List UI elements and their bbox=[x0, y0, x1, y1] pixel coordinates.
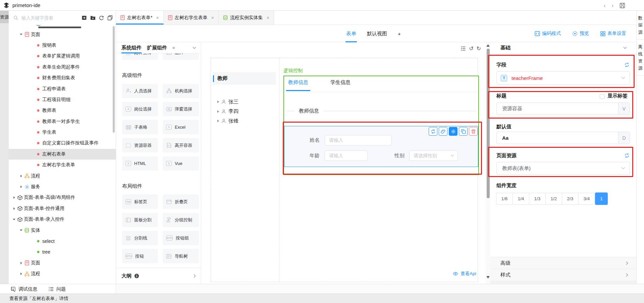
right-strip-tab[interactable]: 数据源 bbox=[637, 11, 644, 40]
tree-item[interactable]: 页面-表单-录入控件 bbox=[9, 214, 116, 225]
tree-item[interactable]: 学生表 bbox=[9, 127, 116, 138]
palette-item[interactable]: 折叠页 bbox=[163, 194, 199, 209]
editor-action-button[interactable]: 编码模式 bbox=[535, 31, 561, 37]
tree-item[interactable]: 工程项目明细 bbox=[9, 94, 116, 105]
tree-item[interactable]: 工程申请表 bbox=[9, 83, 116, 94]
tree-item[interactable]: 教师表 bbox=[9, 105, 116, 116]
palette-item[interactable]: BTN 按钮组 bbox=[163, 231, 199, 245]
file-tab[interactable]: 左树右表单* bbox=[116, 11, 164, 25]
width-option[interactable]: 1/2 bbox=[545, 193, 562, 205]
view-tab[interactable]: + bbox=[397, 25, 401, 42]
view-tab[interactable]: 默认视图 bbox=[366, 25, 388, 42]
editor-action-button[interactable]: 预览 bbox=[572, 31, 589, 37]
tree-item[interactable]: 左树右表单 bbox=[9, 149, 116, 160]
expander-icon[interactable] bbox=[19, 272, 23, 275]
palette-item[interactable]: 图片 bbox=[163, 53, 199, 60]
undo-icon[interactable]: ↺ bbox=[469, 46, 473, 51]
tree-item[interactable]: 页面-表单-高级/布局组件 bbox=[9, 192, 116, 203]
expander-icon[interactable] bbox=[19, 175, 23, 177]
palette-item[interactable]: BTN 按钮 bbox=[122, 249, 158, 263]
expander-icon[interactable] bbox=[19, 262, 23, 264]
expander-icon[interactable] bbox=[12, 219, 16, 220]
field-sync-icon[interactable] bbox=[624, 62, 630, 68]
tree-item[interactable]: 表单生命周起事件 bbox=[9, 62, 116, 73]
title-variable-button[interactable]: V bbox=[618, 103, 630, 115]
link-button[interactable] bbox=[439, 127, 447, 136]
palette-item[interactable]: 子表格 bbox=[122, 120, 158, 134]
editor-action-button[interactable]: 表单设置 bbox=[600, 31, 626, 37]
palette-item[interactable]: 弹窗选择 bbox=[163, 102, 199, 116]
width-option[interactable]: 1 bbox=[595, 192, 608, 205]
title-input[interactable]: 资源容器 V bbox=[496, 102, 630, 115]
search-input[interactable] bbox=[21, 15, 82, 21]
expander-icon[interactable] bbox=[217, 120, 219, 122]
tree-item[interactable]: 页面 bbox=[9, 258, 116, 268]
canvas-scrollbar[interactable] bbox=[486, 42, 490, 284]
tree-item[interactable]: 实体 bbox=[9, 225, 116, 235]
palette-item[interactable]: 5 HTML bbox=[122, 156, 158, 171]
tree-item[interactable]: 流程 bbox=[9, 170, 116, 181]
save-icon[interactable] bbox=[620, 3, 625, 8]
redo-icon[interactable]: ↻ bbox=[477, 46, 481, 51]
age-input[interactable]: 请输入 bbox=[325, 150, 368, 161]
palette-item[interactable]: 分割线 bbox=[122, 231, 158, 245]
palette-item[interactable]: 人员选择 bbox=[122, 84, 158, 98]
palette-item[interactable]: 5 Vue bbox=[163, 156, 199, 171]
scroll-down-icon[interactable] bbox=[486, 276, 490, 278]
props-section[interactable]: 高级 bbox=[490, 257, 636, 269]
cascade-windows-icon[interactable] bbox=[107, 15, 113, 20]
palette-item[interactable]: 高开容器 bbox=[163, 138, 199, 153]
tree-item[interactable]: 教师表一对多学生 bbox=[9, 116, 116, 127]
palette-item[interactable]: 面板分割 bbox=[122, 213, 158, 227]
form-tab[interactable]: 教师信息 bbox=[286, 78, 310, 91]
right-strip-tab[interactable]: 离线资源 bbox=[637, 40, 644, 76]
form-tab[interactable]: 学生信息 bbox=[328, 78, 353, 91]
scrollbar-thumb[interactable] bbox=[487, 49, 490, 198]
footer-item[interactable]: 调试信息 bbox=[11, 286, 37, 292]
tree-item[interactable]: select bbox=[9, 236, 116, 247]
width-option[interactable]: 2/3 bbox=[562, 193, 579, 205]
width-option[interactable]: 3/4 bbox=[578, 193, 595, 205]
tree-item[interactable]: 报销表 bbox=[9, 40, 116, 51]
footer-item[interactable]: 问题 bbox=[49, 286, 66, 292]
tree-item[interactable]: tree bbox=[9, 247, 116, 257]
expander-icon[interactable] bbox=[19, 229, 23, 231]
sync-button[interactable] bbox=[429, 127, 437, 136]
close-icon[interactable] bbox=[267, 15, 269, 20]
expander-icon[interactable] bbox=[217, 110, 219, 113]
field-dropdown[interactable]: teacherFrame bbox=[496, 71, 630, 85]
close-icon[interactable] bbox=[156, 15, 159, 20]
expander-icon[interactable] bbox=[12, 207, 16, 210]
tree-item[interactable]: 流程 bbox=[9, 268, 116, 279]
width-option[interactable]: 1/4 bbox=[513, 193, 529, 205]
palette-item[interactable]: 分组控制 bbox=[163, 213, 199, 227]
chevron-down-icon[interactable] bbox=[193, 47, 196, 49]
palette-item[interactable]: Tab 标签页 bbox=[122, 194, 158, 209]
view-api-link[interactable]: 查看Api bbox=[453, 271, 476, 277]
tree-node[interactable]: 张锋 bbox=[217, 116, 238, 126]
tree-item[interactable]: 表单扩展逻辑调用 bbox=[9, 51, 116, 61]
page-resource-dropdown[interactable]: 教师表(表单) bbox=[496, 162, 630, 175]
teacher-tree-header[interactable]: 教师 bbox=[213, 72, 276, 85]
palette-item[interactable]: 8 岗位选择 bbox=[122, 102, 158, 116]
chevron-right-icon[interactable] bbox=[194, 274, 196, 278]
nav-back-icon[interactable]: ‹ bbox=[604, 3, 606, 8]
copy-button[interactable] bbox=[459, 127, 468, 136]
settings-button[interactable] bbox=[449, 127, 458, 136]
view-tab[interactable]: 表单 bbox=[345, 25, 357, 42]
palette-item[interactable]: X Excel bbox=[163, 120, 199, 134]
chevron-down-icon[interactable] bbox=[623, 47, 627, 49]
palette-item[interactable]: 资源容器 bbox=[122, 138, 158, 153]
expander-icon[interactable] bbox=[217, 100, 219, 103]
gender-select[interactable]: 请选择性别 bbox=[409, 150, 458, 161]
close-icon[interactable] bbox=[211, 15, 214, 20]
palette-item[interactable]: 导航树 bbox=[163, 249, 199, 263]
palette-menu-icon[interactable] bbox=[172, 45, 175, 50]
tree-node[interactable]: 张三 bbox=[217, 97, 238, 106]
new-folder-icon[interactable] bbox=[90, 15, 96, 20]
default-variable-button[interactable]: D bbox=[618, 132, 630, 144]
expander-icon[interactable] bbox=[19, 185, 23, 188]
default-value-input[interactable]: Aa D bbox=[496, 132, 630, 144]
tree-item[interactable]: 页面 bbox=[9, 29, 116, 40]
file-tab[interactable]: 流程实例实体集 bbox=[219, 11, 274, 25]
